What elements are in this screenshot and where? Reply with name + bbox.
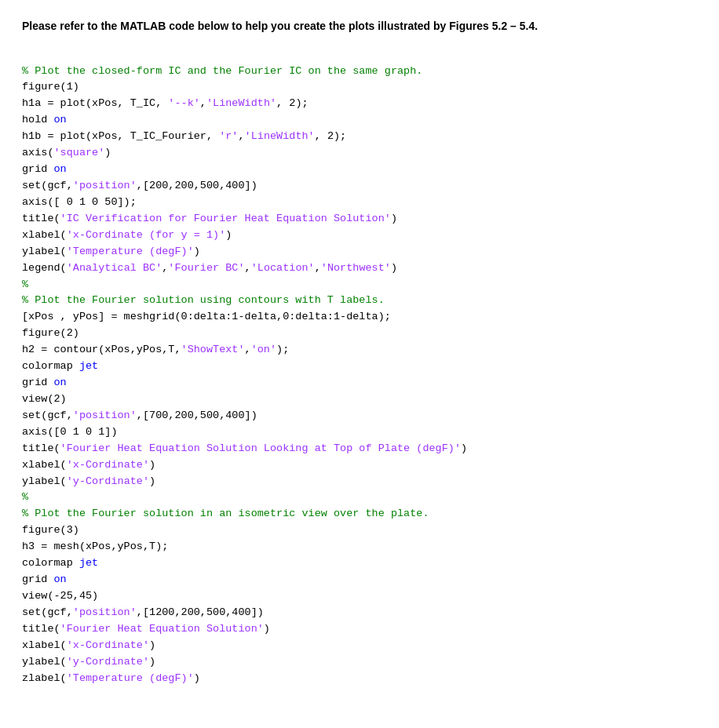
intro-paragraph: Please refer to the MATLAB code below to… <box>22 19 697 35</box>
code-block: % Plot the closed-form IC and the Fourie… <box>22 47 697 687</box>
